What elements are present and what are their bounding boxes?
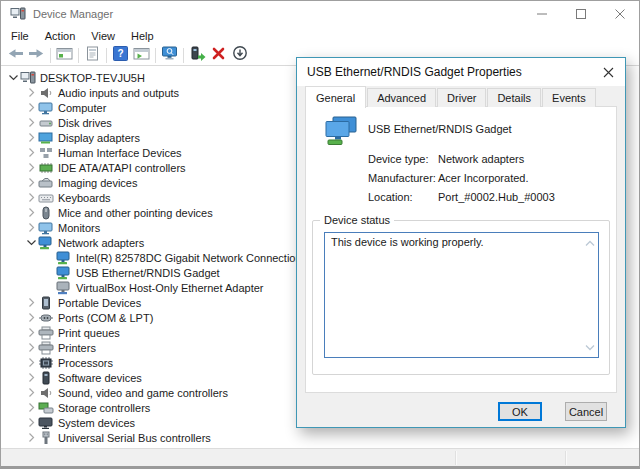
uninstall-device-button[interactable] <box>208 46 229 64</box>
system-icon <box>38 416 55 430</box>
field-label: Manufacturer: <box>368 172 436 184</box>
toolbar-separator <box>183 48 184 63</box>
disable-device-button[interactable] <box>229 46 250 64</box>
scan-monitor-icon <box>161 46 179 65</box>
chevron-right-icon[interactable] <box>25 356 38 369</box>
menu-action[interactable]: Action <box>37 28 84 44</box>
help-button[interactable]: ? <box>110 46 131 64</box>
help-icon: ? <box>113 46 128 65</box>
chevron-right-icon[interactable] <box>25 371 38 384</box>
tree-item-label: Disk drives <box>58 116 112 130</box>
tab-advanced[interactable]: Advanced <box>367 88 436 107</box>
chevron-right-icon[interactable] <box>25 311 38 324</box>
dialog-buttons: OK Cancel <box>297 402 625 424</box>
device-name: USB Ethernet/RNDIS Gadget <box>368 123 512 135</box>
chevron-right-icon[interactable] <box>25 221 38 234</box>
disk-icon <box>38 116 55 130</box>
minimize-button[interactable] <box>522 1 561 27</box>
toolbar-separator <box>106 48 107 63</box>
network-adapter-icon <box>322 116 358 150</box>
field-value: Acer Incorporated. <box>438 172 529 184</box>
chevron-right-icon[interactable] <box>25 161 38 174</box>
red-x-icon <box>211 46 226 65</box>
imaging-icon <box>38 176 55 190</box>
tree-item-label: Universal Serial Bus controllers <box>58 431 211 445</box>
back-button[interactable] <box>5 46 26 64</box>
show-window-button[interactable] <box>131 46 152 64</box>
update-driver-button[interactable] <box>187 46 208 64</box>
menu-help[interactable]: Help <box>123 28 162 44</box>
svg-text:?: ? <box>117 48 123 59</box>
hid-icon <box>38 146 55 160</box>
close-icon <box>615 5 625 23</box>
tree-item-label: DESKTOP-TEVJU5H <box>40 71 145 85</box>
tree-item-label: Keyboards <box>58 191 111 205</box>
forward-button[interactable] <box>26 46 47 64</box>
window-title: Device Manager <box>33 8 113 20</box>
cancel-button[interactable]: Cancel <box>565 402 607 421</box>
keyboard-icon <box>38 191 55 205</box>
chevron-right-icon[interactable] <box>25 401 38 414</box>
tree-item-label: Ports (COM & LPT) <box>58 311 153 325</box>
chevron-right-icon[interactable] <box>25 191 38 204</box>
chevron-right-icon[interactable] <box>25 176 38 189</box>
dialog-title: USB Ethernet/RNDIS Gadget Properties <box>307 65 522 79</box>
network-virtual-icon <box>56 281 73 295</box>
tree-item-label: System devices <box>58 416 135 430</box>
device-manager-app-icon <box>10 7 26 21</box>
tree-item-label: Imaging devices <box>58 176 138 190</box>
menu-view[interactable]: View <box>83 28 123 44</box>
chevron-down-icon[interactable] <box>25 236 38 249</box>
tree-item[interactable]: Universal Serial Bus controllers <box>1 430 639 445</box>
chevron-right-icon[interactable] <box>25 86 38 99</box>
tree-item-label: Display adapters <box>58 131 140 145</box>
chevron-down-icon[interactable] <box>7 71 20 84</box>
toolbar-separator <box>78 48 79 63</box>
scroll-up-icon[interactable] <box>585 237 595 249</box>
scroll-down-icon[interactable] <box>585 341 595 353</box>
dialog-title-bar: USB Ethernet/RNDIS Gadget Properties <box>297 58 625 86</box>
tab-details[interactable]: Details <box>487 88 541 107</box>
chevron-right-icon[interactable] <box>25 206 38 219</box>
tree-item-label: Printers <box>58 341 96 355</box>
menu-bar: FileActionViewHelp <box>1 27 639 45</box>
chevron-right-icon[interactable] <box>25 341 38 354</box>
tree-item-label: Sound, video and game controllers <box>58 386 228 400</box>
close-button[interactable] <box>600 1 639 27</box>
menu-file[interactable]: File <box>3 28 37 44</box>
tree-item-label: Software devices <box>58 371 142 385</box>
device-status-group: Device status This device is working pro… <box>312 220 610 375</box>
window-play-icon <box>133 46 150 65</box>
field-value: Port_#0002.Hub_#0003 <box>438 191 555 203</box>
chevron-right-icon[interactable] <box>25 416 38 429</box>
monitor-icon <box>38 221 55 235</box>
chevron-right-icon[interactable] <box>25 386 38 399</box>
chevron-right-icon[interactable] <box>25 431 38 444</box>
chevron-right-icon[interactable] <box>25 296 38 309</box>
properties-button[interactable] <box>82 46 103 64</box>
chevron-spacer <box>43 281 56 294</box>
tab-general[interactable]: General <box>305 86 366 108</box>
tree-item-label: Monitors <box>58 221 100 235</box>
chevron-right-icon[interactable] <box>25 146 38 159</box>
maximize-button[interactable] <box>561 1 600 27</box>
speaker-icon <box>38 386 55 400</box>
network-icon <box>56 251 73 265</box>
tree-item-label: Portable Devices <box>58 296 141 310</box>
chevron-right-icon[interactable] <box>25 326 38 339</box>
tab-events[interactable]: Events <box>542 88 596 107</box>
general-tab-page: USB Ethernet/RNDIS Gadget Device type:Ne… <box>305 106 617 393</box>
tree-item-label: Storage controllers <box>58 401 150 415</box>
scan-hardware-changes-button[interactable] <box>159 46 180 64</box>
device-status-textbox[interactable]: This device is working properly. <box>324 232 599 358</box>
statusbar-separator <box>565 451 567 465</box>
ok-button[interactable]: OK <box>498 402 542 421</box>
printer-icon <box>38 326 55 340</box>
chevron-right-icon[interactable] <box>25 101 38 114</box>
field-value: Network adapters <box>438 153 524 165</box>
chevron-right-icon[interactable] <box>25 131 38 144</box>
chevron-right-icon[interactable] <box>25 116 38 129</box>
show-console-tree-button[interactable] <box>54 46 75 64</box>
tab-driver[interactable]: Driver <box>437 88 486 107</box>
dialog-close-button[interactable] <box>591 58 625 86</box>
